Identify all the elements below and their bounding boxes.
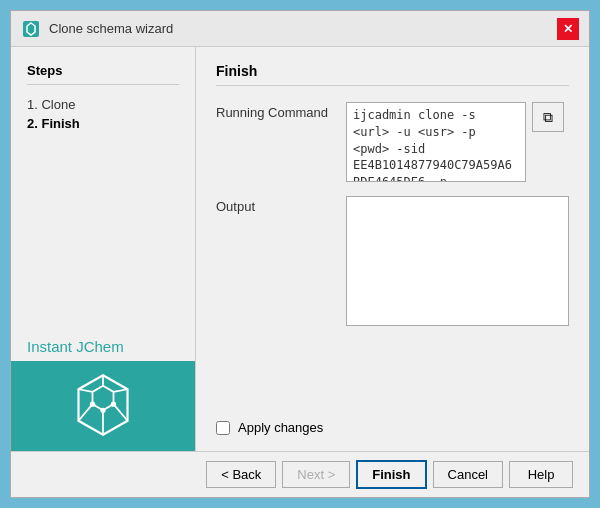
apply-changes-row: Apply changes <box>216 420 569 435</box>
step-2-number: 2. <box>27 116 38 131</box>
steps-section: Steps 1. Clone 2. Finish <box>11 47 195 328</box>
output-row: Output <box>216 196 569 402</box>
dialog: Clone schema wizard ✕ Steps 1. Clone 2. … <box>10 10 590 498</box>
output-textbox[interactable] <box>346 196 569 326</box>
finish-button[interactable]: Finish <box>356 460 426 489</box>
title-bar-left: Clone schema wizard <box>21 19 173 39</box>
step-1-label: Clone <box>41 97 75 112</box>
content-area: Steps 1. Clone 2. Finish Instant JChem <box>11 47 589 451</box>
title-bar: Clone schema wizard ✕ <box>11 11 589 47</box>
svg-line-8 <box>79 404 93 421</box>
svg-line-9 <box>79 389 93 392</box>
apply-changes-checkbox[interactable] <box>216 421 230 435</box>
copy-button[interactable]: ⧉ <box>532 102 564 132</box>
brand-name: Instant JChem <box>11 328 195 361</box>
command-textbox[interactable]: ijcadmin clone -s <url> -u <usr> -p <pwd… <box>346 102 526 182</box>
close-button[interactable]: ✕ <box>557 18 579 40</box>
svg-line-6 <box>114 404 128 421</box>
sidebar-logo <box>11 361 195 451</box>
step-1: 1. Clone <box>27 95 179 114</box>
step-2-label: Finish <box>41 116 79 131</box>
svg-marker-3 <box>93 385 114 410</box>
cancel-button[interactable]: Cancel <box>433 461 503 488</box>
command-area: ijcadmin clone -s <url> -u <usr> -p <pwd… <box>346 102 569 182</box>
svg-point-12 <box>111 401 116 406</box>
svg-point-11 <box>90 401 95 406</box>
svg-line-5 <box>114 389 128 392</box>
running-command-row: Running Command ijcadmin clone -s <url> … <box>216 102 569 182</box>
copy-icon: ⧉ <box>543 109 553 126</box>
step-2: 2. Finish <box>27 114 179 133</box>
running-command-label: Running Command <box>216 102 346 120</box>
hex-logo-icon <box>68 370 138 443</box>
steps-heading: Steps <box>27 63 179 85</box>
svg-point-10 <box>100 407 105 412</box>
sidebar: Steps 1. Clone 2. Finish Instant JChem <box>11 47 196 451</box>
main-content: Finish Running Command ijcadmin clone -s… <box>196 47 589 451</box>
step-1-number: 1. <box>27 97 38 112</box>
footer: < Back Next > Finish Cancel Help <box>11 451 589 497</box>
app-icon <box>21 19 41 39</box>
dialog-title: Clone schema wizard <box>49 21 173 36</box>
back-button[interactable]: < Back <box>206 461 276 488</box>
apply-changes-label[interactable]: Apply changes <box>238 420 323 435</box>
section-title: Finish <box>216 63 569 86</box>
output-label: Output <box>216 196 346 214</box>
output-content <box>346 196 569 326</box>
help-button[interactable]: Help <box>509 461 573 488</box>
next-button[interactable]: Next > <box>282 461 350 488</box>
